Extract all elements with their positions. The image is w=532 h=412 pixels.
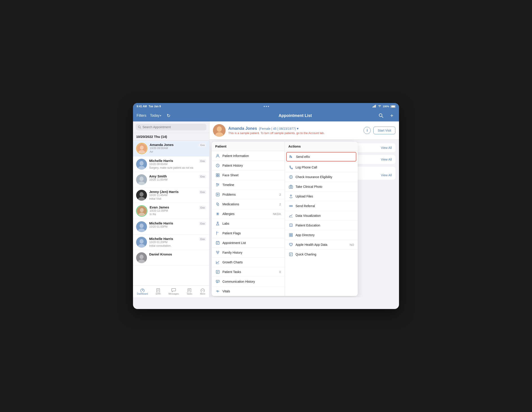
menu-patient-tasks[interactable]: Patient Tasks 0	[212, 267, 285, 277]
tab-messages-label: Messages	[169, 293, 179, 295]
patient-avatar-4	[137, 206, 147, 216]
menu-app-directory-label: App Directory	[296, 233, 315, 237]
avatar-ring-2	[136, 174, 147, 185]
menu-growth-charts[interactable]: Growth Charts	[212, 257, 285, 267]
patient-list-item-1[interactable]: Michelle Harris 10/20 09:00AM Surgery, m…	[133, 157, 209, 172]
menu-patient-history[interactable]: Patient History	[212, 161, 285, 170]
menu-send-referral[interactable]: Send Referral	[285, 201, 358, 211]
info-button[interactable]: i	[363, 127, 371, 134]
status-time: 9:41 AM	[137, 105, 147, 108]
problems-badge: 2	[279, 193, 281, 196]
svg-rect-85	[289, 186, 293, 188]
menu-face-sheet-label: Face Sheet	[222, 173, 238, 177]
dropdown-overlay: Patient Patient Information	[209, 142, 399, 297]
patient-list-item-5[interactable]: Michelle Harris 10/20 01:00PM Exa	[133, 219, 209, 235]
patient-list-item-6[interactable]: Michelle Harris 10/20 01:20PM Initial co…	[133, 235, 209, 250]
patient-time-3: 10/20 11:45AM	[149, 194, 197, 197]
menu-timeline[interactable]: Timeline	[212, 180, 285, 190]
menu-patient-history-label: Patient History	[222, 164, 243, 167]
menu-labs[interactable]: Labs	[212, 219, 285, 228]
patient-list-item-3[interactable]: Jenny (Jen) Harris 10/20 11:45AM Initial…	[133, 187, 209, 203]
battery-level: 100%	[383, 105, 389, 108]
patient-info-5: Michelle Harris 10/20 01:00PM	[149, 221, 197, 228]
menu-problems[interactable]: Problems 2	[212, 190, 285, 199]
menu-apple-health-label: Apple Health App Data	[296, 243, 328, 246]
patient-note-3: Initial Visit	[149, 197, 197, 200]
menu-patient-flags[interactable]: Patient Flags	[212, 228, 285, 238]
menu-allergies[interactable]: Allergies NKDA	[212, 209, 285, 219]
menu-check-insurance[interactable]: $ Check Insurance Eligibility	[285, 172, 358, 182]
referral-icon	[288, 204, 294, 208]
search-button[interactable]	[377, 112, 385, 119]
patient-list-item-0[interactable]: Amanda Jones 10/20 09:00AM Arr Exa	[133, 141, 209, 157]
patient-list-item-7[interactable]: Daniel Kronos	[133, 250, 209, 265]
vitals-icon	[215, 289, 220, 294]
patient-info-0: Amanda Jones 10/20 09:00AM Arr	[150, 143, 197, 153]
filters-button[interactable]: Filters	[137, 114, 146, 118]
patient-badge-1: Exa	[199, 159, 206, 163]
svg-point-46	[217, 155, 218, 156]
medications-badge: 2	[279, 203, 281, 206]
menu-log-phone-call[interactable]: Log Phone Call	[285, 163, 358, 172]
svg-rect-95	[291, 235, 293, 236]
patient-list-item-4[interactable]: Evan James 10/20 12:35PM In Re Exa	[133, 203, 209, 219]
menu-labs-label: Labs	[222, 222, 229, 225]
menu-take-clinical-photo[interactable]: Take Clinical Photo	[285, 182, 358, 192]
patient-time-4: 10/20 12:35PM	[150, 209, 197, 212]
search-input[interactable]	[142, 125, 204, 129]
patient-time-2: 10/20 11:00AM	[149, 178, 197, 181]
svg-line-7	[140, 128, 141, 129]
menu-appointment-list[interactable]: Appointment List	[212, 238, 285, 248]
today-button[interactable]: Today ▾	[150, 114, 162, 118]
patient-avatar-3	[136, 190, 147, 201]
patient-avatar-2	[136, 174, 147, 185]
patient-badge-5: Exa	[199, 222, 206, 225]
svg-point-44	[217, 126, 222, 132]
menu-data-visualization[interactable]: Data Visualization	[285, 211, 358, 221]
tab-tasks-label: Tasks	[187, 293, 192, 295]
status-date: Tue Jan 9	[149, 105, 161, 108]
menu-app-directory[interactable]: App Directory	[285, 230, 358, 240]
menu-medications[interactable]: Medications 2	[212, 199, 285, 209]
tab-messages[interactable]: Messages	[169, 288, 179, 295]
menu-take-clinical-photo-label: Take Clinical Photo	[296, 185, 322, 188]
patient-avatar-6	[136, 237, 147, 248]
menu-patient-education[interactable]: Patient Education	[285, 221, 358, 230]
apple-health-icon	[288, 242, 294, 247]
svg-text:℞: ℞	[289, 155, 292, 158]
menu-timeline-label: Timeline	[222, 183, 234, 187]
menu-quick-charting[interactable]: Quick Charting	[285, 250, 358, 259]
tab-ehr[interactable]: EHR	[156, 288, 161, 295]
svg-point-41	[202, 290, 203, 291]
labs-icon	[215, 221, 220, 226]
svg-point-42	[203, 290, 204, 291]
status-dots: •••	[264, 104, 270, 109]
patient-time-1: 10/20 09:00AM	[149, 163, 197, 166]
patient-badge-0: Exa	[199, 143, 206, 147]
menu-patient-information[interactable]: Patient Information	[212, 151, 285, 161]
menu-upload-files[interactable]: Upload Files	[285, 192, 358, 201]
menu-vitals[interactable]: Vitals	[212, 286, 285, 296]
tab-dashboard[interactable]: Dashboard	[137, 288, 148, 295]
patient-info-1: Michelle Harris 10/20 09:00AM Surgery, m…	[149, 159, 197, 169]
allergies-icon	[215, 211, 220, 216]
patient-avatar-1	[136, 159, 147, 170]
start-visit-button[interactable]: Start Visit	[373, 127, 395, 134]
svg-rect-1	[373, 106, 374, 108]
menu-send-erx[interactable]: ℞ Send eRx	[286, 152, 357, 161]
allergies-badge: NKDA	[273, 212, 281, 216]
patient-list-item-2[interactable]: Amy Smith 10/20 11:00AM Exa	[133, 172, 209, 187]
tab-more[interactable]: More	[200, 288, 205, 295]
menu-face-sheet[interactable]: Face Sheet	[212, 170, 285, 180]
add-button[interactable]: +	[388, 112, 395, 119]
status-bar: 9:41 AM Tue Jan 9 ••• 100%	[133, 103, 399, 110]
menu-apple-health[interactable]: Apple Health App Data NO	[285, 240, 358, 250]
patient-column-header: Patient	[212, 142, 285, 151]
refresh-button[interactable]: ↻	[165, 112, 172, 119]
tab-tasks[interactable]: Tasks	[187, 288, 192, 295]
avatar-ring-4	[136, 205, 147, 216]
menu-family-history[interactable]: Family History	[212, 248, 285, 257]
menu-communication-history[interactable]: Communication History	[212, 277, 285, 286]
svg-point-9	[140, 146, 144, 149]
patient-header-avatar	[213, 124, 226, 137]
